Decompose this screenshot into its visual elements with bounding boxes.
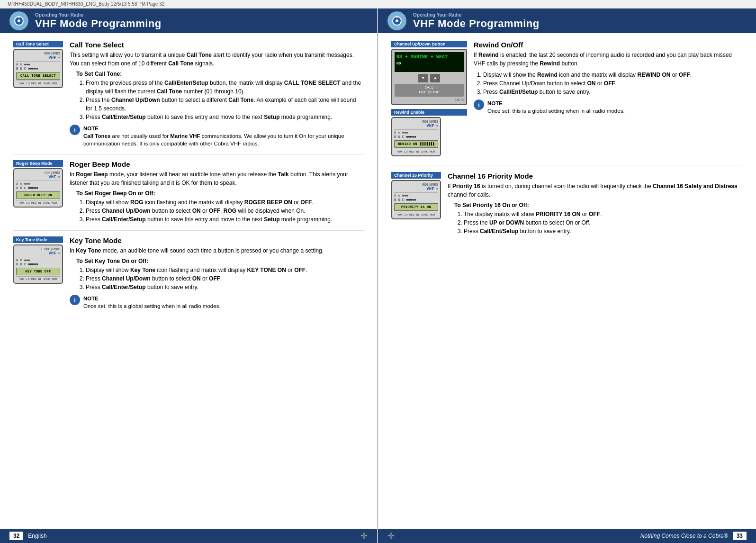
channel-updown-device: RS + MARINE + WEAT ND ▼ ▲ CALLENT SETUP … xyxy=(391,49,467,105)
ch16-section: Channel 16 Priority ROG|GMRSVHF ≡ A ≋ ◆◆… xyxy=(391,172,743,235)
rewind-step-3: Press Call/Ent/Setup button to save entr… xyxy=(483,88,743,96)
key-tone-device: ♪ ROG|GMRSVHF ≡ A ≋ ◆◆◆ B U|C ■■■■■ KEY … xyxy=(13,244,63,284)
roger-beep-intro: In Roger Beep mode, your listener will h… xyxy=(70,170,364,187)
ch16-device-col: Channel 16 Priority ROG|GMRSVHF ≡ A ≋ ◆◆… xyxy=(391,172,441,235)
call-tone-note-text: NOTE Call Tones are not usually used for… xyxy=(83,125,364,147)
left-page-title: VHF Mode Programming xyxy=(35,18,162,30)
up-arrow-btn[interactable]: ▲ xyxy=(430,74,440,82)
call-ent-btn[interactable]: CALLENT SETUP xyxy=(395,84,464,97)
ch16-content: Channel 16 Priority Mode If Priority 16 … xyxy=(448,172,743,235)
rewind-device-col: Channel Up/Down Button RS + MARINE + WEA… xyxy=(391,41,467,156)
ch16-device: ROG|GMRSVHF ≡ A ≋ ◆◆◆ B U|C ■■■■■ PRIORI… xyxy=(391,180,441,219)
key-tone-intro: In Key Tone mode, an audible tone will s… xyxy=(70,246,364,255)
radio-icon-right xyxy=(392,16,402,26)
key-tone-step-2: Press Channel Up/Down button to select O… xyxy=(86,274,364,283)
down-arrow-btn[interactable]: ▼ xyxy=(418,74,428,82)
right-bottom-bar: ✛ Nothing Comes Close to a Cobra® 33 xyxy=(378,529,756,543)
ch16-title: Channel 16 Priority Mode xyxy=(448,172,743,180)
key-tone-content: Key Tone Mode In Key Tone mode, an audib… xyxy=(70,236,364,310)
call-tone-note-icon: i xyxy=(70,125,80,135)
ch16-steps: The display matrix will show PRIORITY 16… xyxy=(464,210,743,235)
call-tone-subheading: To Set Call Tone: xyxy=(76,71,364,77)
call-tone-step-1: From the previous press of the Call/Ente… xyxy=(86,79,364,96)
call-tone-device: ROG|GMRSVHF ≡ A ≋ ◆◆◆ B U|C ■■■■■ CALL T… xyxy=(13,49,63,88)
divider-2 xyxy=(13,230,364,231)
roger-beep-steps: Display will show ROG icon flashing and … xyxy=(86,198,364,224)
call-tone-step-3: Press Call/Enter/Setup button to save th… xyxy=(86,113,364,121)
roger-beep-step-3: Press Call/Enter/Setup button to save th… xyxy=(86,215,364,224)
key-tone-section: Key Tone Mode ♪ ROG|GMRSVHF ≡ A ≋ ◆◆◆ B … xyxy=(13,236,364,310)
call-tone-content: Call Tone Select This setting will allow… xyxy=(70,41,364,147)
right-page-number: 33 xyxy=(733,532,747,540)
rewind-step-2: Press Channel Up/Down button to select O… xyxy=(483,79,743,88)
rewind-step-1: Display will show the Rewind icon and th… xyxy=(483,71,743,79)
key-tone-note-icon: i xyxy=(70,295,80,305)
call-tone-step-2: Press the Channel Up/Down button to sele… xyxy=(86,96,364,113)
ch16-subheading: To Set Priority 16 On or Off: xyxy=(454,202,743,208)
call-tone-intro: This setting will allow you to transmit … xyxy=(70,51,364,68)
key-tone-steps: Display will show Key Tone icon flashing… xyxy=(86,266,364,291)
ch16-step-2: Press the UP or DOWN button to select On… xyxy=(464,218,743,227)
rewind-content: Rewind On/Off If Rewind is enabled, the … xyxy=(474,41,743,156)
rewind-intro: If Rewind is enabled, the last 20 second… xyxy=(474,51,743,68)
left-header-icon xyxy=(9,11,28,30)
right-operating-label: Operating Your Radio xyxy=(413,12,540,18)
right-header-bar: Operating Your Radio VHF Mode Programmin… xyxy=(378,9,756,33)
call-tone-note: i NOTE Call Tones are not usually used f… xyxy=(70,125,364,147)
call-tone-steps: From the previous press of the Call/Ente… xyxy=(86,79,364,121)
ch16-step-3: Press Call/Ent/Setup button to save entr… xyxy=(464,227,743,235)
call-tone-badge: Call Tone Select xyxy=(13,41,63,47)
channel-screen: RS + MARINE + WEAT ND xyxy=(395,52,464,72)
roger-beep-step-2: Press Channel Up/Down button to select O… xyxy=(86,207,364,215)
rewind-enable-badge: Rewind Enable xyxy=(391,109,467,116)
channel-num: 16/9 xyxy=(395,98,464,102)
right-header-icon xyxy=(387,11,406,30)
rewind-enable-col: Rewind Enable ROG|GMRSVHF ≡ A ≋ ◆◆◆ B U|… xyxy=(391,109,467,156)
key-tone-note-text: NOTE Once set, this is a global setting … xyxy=(83,295,221,310)
rewind-title: Rewind On/Off xyxy=(474,41,743,49)
doc-info-bar: MRHH450DUAL_BODY_MRHH330_ENG_Body 12/5/1… xyxy=(0,0,756,9)
divider-1 xyxy=(13,154,364,154)
call-tone-title: Call Tone Select xyxy=(70,41,364,49)
radio-icon xyxy=(14,16,24,26)
roger-beep-subheading: To Set Roger Beep On or Off: xyxy=(76,190,364,197)
rewind-section: Channel Up/Down Button RS + MARINE + WEA… xyxy=(391,41,743,156)
right-page-title: VHF Mode Programming xyxy=(413,18,540,30)
right-content: Channel Up/Down Button RS + MARINE + WEA… xyxy=(378,33,756,529)
left-header-bar: Operating Your Radio VHF Mode Programmin… xyxy=(0,9,377,33)
ch16-intro: If Priority 16 is turned on, during chan… xyxy=(448,182,743,199)
bottom-right-text: Nothing Comes Close to a Cobra® xyxy=(640,533,728,539)
roger-beep-content: Roger Beep Mode In Roger Beep mode, your… xyxy=(70,160,364,224)
roger-beep-device: ROG|GMRSVHF ≡ A ≋ ◆◆◆ B U|C ■■■■■ ROGER … xyxy=(13,168,63,208)
rewind-note-icon: i xyxy=(474,100,484,110)
rewind-steps: Display will show the Rewind icon and th… xyxy=(483,71,743,96)
left-bottom-bar: 32 English ✛ xyxy=(0,529,377,543)
ch16-badge: Channel 16 Priority xyxy=(391,172,441,179)
key-tone-step-3: Press Call/Enter/Setup button to save en… xyxy=(86,283,364,291)
roger-beep-title: Roger Beep Mode xyxy=(70,160,364,168)
svg-point-1 xyxy=(18,19,20,22)
svg-point-4 xyxy=(396,19,398,22)
roger-beep-badge: Roger Beep Mode xyxy=(13,160,63,167)
key-tone-badge: Key Tone Mode xyxy=(13,236,63,243)
channel-updown-badge: Channel Up/Down Button xyxy=(391,41,467,47)
left-page-number: 32 xyxy=(9,532,23,540)
key-tone-title: Key Tone Mode xyxy=(70,236,364,244)
roger-beep-step-1: Display will show ROG icon flashing and … xyxy=(86,198,364,207)
rewind-device: ROG|GMRSVHF ≡ A ≋ ◆◆◆ B U|C ■■■■■ REWIND… xyxy=(391,117,441,156)
roger-beep-section: Roger Beep Mode ROG|GMRSVHF ≡ A ≋ ◆◆◆ B … xyxy=(13,160,364,224)
divider-right-1 xyxy=(391,165,743,165)
left-content: Call Tone Select ROG|GMRSVHF ≡ A ≋ ◆◆◆ B… xyxy=(0,33,377,529)
key-tone-step-1: Display will show Key Tone icon flashing… xyxy=(86,266,364,274)
right-compass: ✛ xyxy=(387,531,395,541)
key-tone-subheading: To Set Key Tone On or Off: xyxy=(76,258,364,264)
ch16-step-1: The display matrix will show PRIORITY 16… xyxy=(464,210,743,218)
key-tone-note: i NOTE Once set, this is a global settin… xyxy=(70,295,364,310)
right-page: Operating Your Radio VHF Mode Programmin… xyxy=(378,9,756,543)
bottom-left-text: English xyxy=(28,533,46,539)
left-page: Operating Your Radio VHF Mode Programmin… xyxy=(0,9,378,543)
left-compass: ✛ xyxy=(360,531,368,541)
doc-info-text: MRHH450DUAL_BODY_MRHH330_ENG_Body 12/5/1… xyxy=(8,1,164,7)
rewind-note-text: NOTE Once set, this is a global setting … xyxy=(487,100,625,115)
call-tone-section: Call Tone Select ROG|GMRSVHF ≡ A ≋ ◆◆◆ B… xyxy=(13,41,364,147)
